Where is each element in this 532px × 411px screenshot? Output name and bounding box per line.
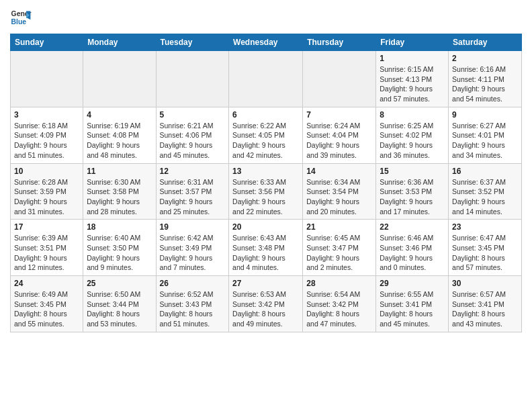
day-number: 27 [232, 279, 299, 288]
calendar-cell [83, 51, 156, 107]
calendar-week-3: 10Sunrise: 6:28 AM Sunset: 3:59 PM Dayli… [11, 163, 522, 220]
day-info: Sunrise: 6:49 AM Sunset: 3:45 PM Dayligh… [14, 289, 79, 329]
weekday-header-thursday: Thursday [303, 34, 376, 51]
calendar-cell: 9Sunrise: 6:27 AM Sunset: 4:01 PM Daylig… [449, 107, 522, 163]
calendar-cell: 24Sunrise: 6:49 AM Sunset: 3:45 PM Dayli… [11, 276, 83, 332]
calendar-cell: 21Sunrise: 6:45 AM Sunset: 3:47 PM Dayli… [303, 220, 376, 276]
day-info: Sunrise: 6:25 AM Sunset: 4:02 PM Dayligh… [380, 121, 445, 161]
day-number: 1 [380, 54, 445, 63]
calendar-cell: 12Sunrise: 6:31 AM Sunset: 3:57 PM Dayli… [156, 163, 229, 220]
calendar-cell: 26Sunrise: 6:52 AM Sunset: 3:43 PM Dayli… [156, 276, 229, 332]
day-info: Sunrise: 6:37 AM Sunset: 3:52 PM Dayligh… [452, 177, 518, 217]
calendar-cell: 20Sunrise: 6:43 AM Sunset: 3:48 PM Dayli… [229, 220, 303, 276]
day-number: 25 [87, 279, 152, 288]
calendar-cell [303, 51, 376, 107]
calendar-cell: 17Sunrise: 6:39 AM Sunset: 3:51 PM Dayli… [11, 220, 83, 276]
calendar-header: SundayMondayTuesdayWednesdayThursdayFrid… [11, 34, 522, 51]
calendar-cell: 4Sunrise: 6:19 AM Sunset: 4:08 PM Daylig… [83, 107, 156, 163]
calendar-week-4: 17Sunrise: 6:39 AM Sunset: 3:51 PM Dayli… [11, 220, 522, 276]
calendar-cell: 1Sunrise: 6:15 AM Sunset: 4:13 PM Daylig… [376, 51, 449, 107]
day-number: 9 [452, 110, 518, 120]
day-number: 11 [87, 167, 152, 176]
calendar-cell: 10Sunrise: 6:28 AM Sunset: 3:59 PM Dayli… [11, 163, 83, 220]
day-info: Sunrise: 6:43 AM Sunset: 3:48 PM Dayligh… [232, 233, 299, 273]
day-info: Sunrise: 6:27 AM Sunset: 4:01 PM Dayligh… [452, 121, 518, 161]
day-number: 17 [14, 222, 79, 232]
calendar-cell: 3Sunrise: 6:18 AM Sunset: 4:09 PM Daylig… [11, 107, 83, 163]
day-info: Sunrise: 6:46 AM Sunset: 3:46 PM Dayligh… [380, 233, 445, 273]
calendar-cell: 8Sunrise: 6:25 AM Sunset: 4:02 PM Daylig… [376, 107, 449, 163]
day-info: Sunrise: 6:34 AM Sunset: 3:54 PM Dayligh… [306, 177, 372, 217]
day-info: Sunrise: 6:33 AM Sunset: 3:56 PM Dayligh… [232, 177, 299, 217]
day-info: Sunrise: 6:57 AM Sunset: 3:41 PM Dayligh… [452, 289, 518, 329]
logo-icon: General Blue [10, 7, 32, 28]
day-info: Sunrise: 6:42 AM Sunset: 3:49 PM Dayligh… [160, 233, 226, 273]
day-info: Sunrise: 6:50 AM Sunset: 3:44 PM Dayligh… [87, 289, 152, 329]
weekday-header-saturday: Saturday [449, 34, 522, 51]
day-info: Sunrise: 6:24 AM Sunset: 4:04 PM Dayligh… [306, 121, 372, 161]
calendar-cell: 27Sunrise: 6:53 AM Sunset: 3:42 PM Dayli… [229, 276, 303, 332]
calendar-cell: 5Sunrise: 6:21 AM Sunset: 4:06 PM Daylig… [156, 107, 229, 163]
day-number: 6 [232, 110, 299, 120]
day-number: 12 [160, 167, 226, 176]
calendar-cell: 30Sunrise: 6:57 AM Sunset: 3:41 PM Dayli… [449, 276, 522, 332]
day-number: 5 [160, 110, 226, 120]
calendar-cell: 14Sunrise: 6:34 AM Sunset: 3:54 PM Dayli… [303, 163, 376, 220]
day-info: Sunrise: 6:52 AM Sunset: 3:43 PM Dayligh… [160, 289, 226, 329]
day-info: Sunrise: 6:15 AM Sunset: 4:13 PM Dayligh… [380, 64, 445, 104]
calendar-cell: 29Sunrise: 6:55 AM Sunset: 3:41 PM Dayli… [376, 276, 449, 332]
calendar-cell: 7Sunrise: 6:24 AM Sunset: 4:04 PM Daylig… [303, 107, 376, 163]
day-number: 21 [306, 222, 372, 232]
day-number: 19 [160, 222, 226, 232]
day-number: 20 [232, 222, 299, 232]
day-info: Sunrise: 6:54 AM Sunset: 3:42 PM Dayligh… [306, 289, 372, 329]
calendar-cell: 23Sunrise: 6:47 AM Sunset: 3:45 PM Dayli… [449, 220, 522, 276]
day-number: 8 [380, 110, 445, 120]
day-number: 14 [306, 167, 372, 176]
day-info: Sunrise: 6:19 AM Sunset: 4:08 PM Dayligh… [87, 121, 152, 161]
weekday-header-sunday: Sunday [11, 34, 83, 51]
calendar-table: SundayMondayTuesdayWednesdayThursdayFrid… [10, 34, 522, 332]
day-number: 28 [306, 279, 372, 288]
calendar-cell: 15Sunrise: 6:36 AM Sunset: 3:53 PM Dayli… [376, 163, 449, 220]
day-info: Sunrise: 6:40 AM Sunset: 3:50 PM Dayligh… [87, 233, 152, 273]
day-number: 4 [87, 110, 152, 120]
day-number: 7 [306, 110, 372, 120]
weekday-header-tuesday: Tuesday [156, 34, 229, 51]
page-header: General Blue [10, 7, 522, 28]
day-number: 22 [380, 222, 445, 232]
calendar-cell: 25Sunrise: 6:50 AM Sunset: 3:44 PM Dayli… [83, 276, 156, 332]
day-info: Sunrise: 6:16 AM Sunset: 4:11 PM Dayligh… [452, 64, 518, 104]
day-info: Sunrise: 6:30 AM Sunset: 3:58 PM Dayligh… [87, 177, 152, 217]
day-number: 18 [87, 222, 152, 232]
calendar-cell: 19Sunrise: 6:42 AM Sunset: 3:49 PM Dayli… [156, 220, 229, 276]
day-number: 15 [380, 167, 445, 176]
day-info: Sunrise: 6:39 AM Sunset: 3:51 PM Dayligh… [14, 233, 79, 273]
day-info: Sunrise: 6:31 AM Sunset: 3:57 PM Dayligh… [160, 177, 226, 217]
day-info: Sunrise: 6:45 AM Sunset: 3:47 PM Dayligh… [306, 233, 372, 273]
day-number: 23 [452, 222, 518, 232]
calendar-cell: 22Sunrise: 6:46 AM Sunset: 3:46 PM Dayli… [376, 220, 449, 276]
calendar-cell: 16Sunrise: 6:37 AM Sunset: 3:52 PM Dayli… [449, 163, 522, 220]
calendar-cell: 6Sunrise: 6:22 AM Sunset: 4:05 PM Daylig… [229, 107, 303, 163]
day-info: Sunrise: 6:18 AM Sunset: 4:09 PM Dayligh… [14, 121, 79, 161]
calendar-cell: 11Sunrise: 6:30 AM Sunset: 3:58 PM Dayli… [83, 163, 156, 220]
day-number: 13 [232, 167, 299, 176]
weekday-header-wednesday: Wednesday [229, 34, 303, 51]
day-number: 3 [14, 110, 79, 120]
calendar-cell: 2Sunrise: 6:16 AM Sunset: 4:11 PM Daylig… [449, 51, 522, 107]
calendar-cell: 13Sunrise: 6:33 AM Sunset: 3:56 PM Dayli… [229, 163, 303, 220]
day-number: 29 [380, 279, 445, 288]
day-number: 24 [14, 279, 79, 288]
weekday-header-friday: Friday [376, 34, 449, 51]
calendar-week-1: 1Sunrise: 6:15 AM Sunset: 4:13 PM Daylig… [11, 51, 522, 107]
day-info: Sunrise: 6:47 AM Sunset: 3:45 PM Dayligh… [452, 233, 518, 273]
day-number: 16 [452, 167, 518, 176]
day-number: 10 [14, 167, 79, 176]
day-info: Sunrise: 6:55 AM Sunset: 3:41 PM Dayligh… [380, 289, 445, 329]
calendar-cell [229, 51, 303, 107]
day-number: 26 [160, 279, 226, 288]
calendar-cell: 18Sunrise: 6:40 AM Sunset: 3:50 PM Dayli… [83, 220, 156, 276]
logo: General Blue [10, 7, 32, 28]
svg-text:Blue: Blue [11, 18, 27, 26]
